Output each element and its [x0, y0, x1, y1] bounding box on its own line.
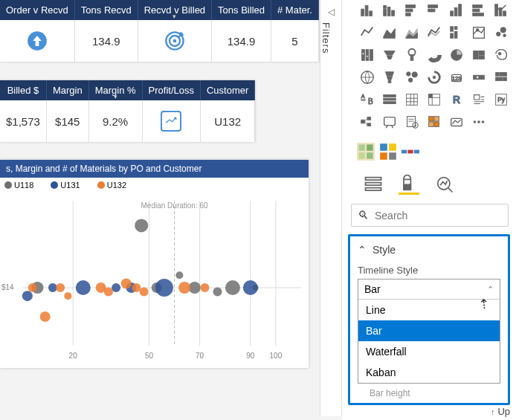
viz-type-tile[interactable]: [446, 22, 467, 43]
dropdown-option-bar[interactable]: Bar: [358, 320, 500, 341]
viz-type-tile[interactable]: [491, 22, 512, 43]
table-row: 134.9 134.9 5: [0, 20, 318, 62]
viz-type-tile[interactable]: [424, 22, 445, 43]
col-header sort-desc[interactable]: Recvd v Billed: [138, 0, 211, 20]
svg-rect-69: [454, 27, 457, 30]
viz-type-tile[interactable]: [446, 112, 467, 132]
viz-type-tile[interactable]: [468, 67, 489, 88]
svg-text:$14: $14: [1, 283, 14, 291]
col-header[interactable]: Margin %: [88, 80, 142, 100]
viz-type-tile[interactable]: 123: [446, 67, 467, 88]
svg-point-140: [482, 121, 484, 123]
col-header[interactable]: Tons Billed: [212, 0, 271, 20]
viz-type-tile[interactable]: [491, 0, 512, 21]
dropdown-option-kaban[interactable]: Kaban: [358, 362, 500, 383]
viz-type-tile[interactable]: [401, 112, 422, 132]
svg-rect-133: [429, 117, 433, 121]
svg-point-74: [500, 28, 506, 33]
viz-type-tile[interactable]: [379, 45, 400, 65]
custom-visual-2[interactable]: [379, 143, 397, 161]
viz-type-tile[interactable]: [424, 45, 445, 65]
col-header[interactable]: # Mater.: [271, 0, 318, 20]
legend-dot: [97, 181, 105, 189]
viz-type-tile[interactable]: [357, 22, 378, 43]
svg-point-93: [408, 78, 413, 83]
analytics-tab[interactable]: [434, 174, 455, 195]
viz-type-tile[interactable]: [491, 45, 512, 65]
expand-icon[interactable]: ◁: [328, 7, 335, 17]
fields-tab[interactable]: [363, 174, 384, 195]
viz-type-tile[interactable]: [468, 112, 489, 132]
viz-type-tile[interactable]: [468, 22, 489, 43]
svg-text:R: R: [453, 94, 460, 106]
scatter-chart[interactable]: s, Margin and # of Materials by PO and C…: [0, 160, 309, 368]
svg-point-72: [476, 29, 479, 32]
viz-type-tile[interactable]: [491, 67, 512, 88]
svg-rect-55: [433, 5, 438, 8]
col-header[interactable]: Order v Recvd: [0, 0, 74, 20]
viz-type-tile[interactable]: [424, 112, 445, 132]
viz-type-tile[interactable]: [401, 45, 422, 65]
kpi-table-2[interactable]: Billed $ Margin Margin % Profit/Loss Cus…: [0, 80, 255, 142]
viz-type-tile[interactable]: [424, 89, 445, 110]
svg-rect-86: [479, 51, 484, 56]
viz-type-tile[interactable]: [446, 0, 467, 21]
col-header[interactable]: Profit/Loss: [142, 80, 200, 100]
viz-type-tile[interactable]: [379, 22, 400, 43]
viz-type-tile[interactable]: [357, 0, 378, 21]
kpi-table-1[interactable]: Order v Recvd Tons Recvd Recvd v Billed …: [0, 0, 319, 62]
col-header[interactable]: Customer: [200, 80, 254, 100]
viz-type-tile[interactable]: [357, 67, 378, 88]
svg-text:20: 20: [69, 352, 78, 360]
viz-type-tile[interactable]: [446, 45, 467, 65]
viz-type-tile[interactable]: [357, 45, 378, 65]
svg-rect-46: [370, 11, 373, 16]
viz-type-tile[interactable]: [424, 67, 445, 88]
col-header[interactable]: Billed $: [0, 80, 46, 100]
viz-type-tile[interactable]: [401, 22, 422, 43]
style-section-header[interactable]: ⌃ Style: [358, 244, 500, 256]
format-tab[interactable]: [399, 174, 419, 195]
viz-type-tile[interactable]: [468, 45, 489, 65]
svg-line-123: [364, 122, 367, 125]
svg-rect-143: [367, 144, 373, 150]
format-search[interactable]: 🔍︎: [351, 204, 509, 227]
svg-point-91: [407, 72, 411, 77]
viz-type-tile[interactable]: [424, 0, 445, 21]
custom-visual-3[interactable]: [401, 143, 419, 161]
svg-text:70: 70: [196, 352, 204, 360]
scroll-up-button[interactable]: Up: [491, 406, 510, 417]
viz-type-tile[interactable]: [468, 89, 489, 110]
viz-type-tile[interactable]: [401, 0, 422, 21]
dropdown-option-waterfall[interactable]: Waterfall: [358, 341, 500, 362]
custom-visual-1[interactable]: [357, 143, 375, 161]
timeline-style-dropdown[interactable]: Bar ⌃ ⇡ Line Bar Waterfall Kaban: [358, 279, 500, 384]
search-input[interactable]: [375, 210, 502, 222]
viz-type-tile[interactable]: R: [446, 89, 467, 110]
filters-pane-collapsed[interactable]: ◁ Filters: [320, 0, 342, 416]
cell: 5: [271, 20, 318, 62]
viz-type-tile[interactable]: [401, 89, 422, 110]
viz-type-tile[interactable]: Py: [491, 89, 512, 110]
col-header[interactable]: Margin: [46, 80, 88, 100]
viz-type-tile[interactable]: [379, 89, 400, 110]
viz-type-tile[interactable]: [379, 0, 400, 21]
table-row: $1,573 $145 9.2% U132: [0, 100, 255, 142]
viz-type-tile[interactable]: [379, 67, 400, 88]
svg-rect-70: [454, 31, 457, 38]
viz-type-tile[interactable]: [357, 112, 378, 132]
cell: 134.9: [212, 20, 271, 62]
svg-rect-106: [384, 95, 396, 97]
viz-type-tile[interactable]: [468, 0, 489, 21]
svg-point-36: [64, 292, 71, 300]
svg-rect-44: [361, 9, 364, 16]
cell: U132: [200, 100, 254, 142]
svg-point-32: [243, 280, 258, 295]
svg-point-43: [200, 283, 209, 292]
viz-type-tile[interactable]: [379, 112, 400, 132]
svg-rect-68: [451, 33, 454, 38]
viz-type-tile[interactable]: [401, 67, 422, 88]
viz-type-tile[interactable]: AB: [357, 89, 378, 110]
visualizations-pane: 123ABRPy 🔍︎ ⌃ Style Timeline Style Bar ⌃…: [342, 0, 516, 420]
col-header[interactable]: Tons Recvd: [74, 0, 138, 20]
